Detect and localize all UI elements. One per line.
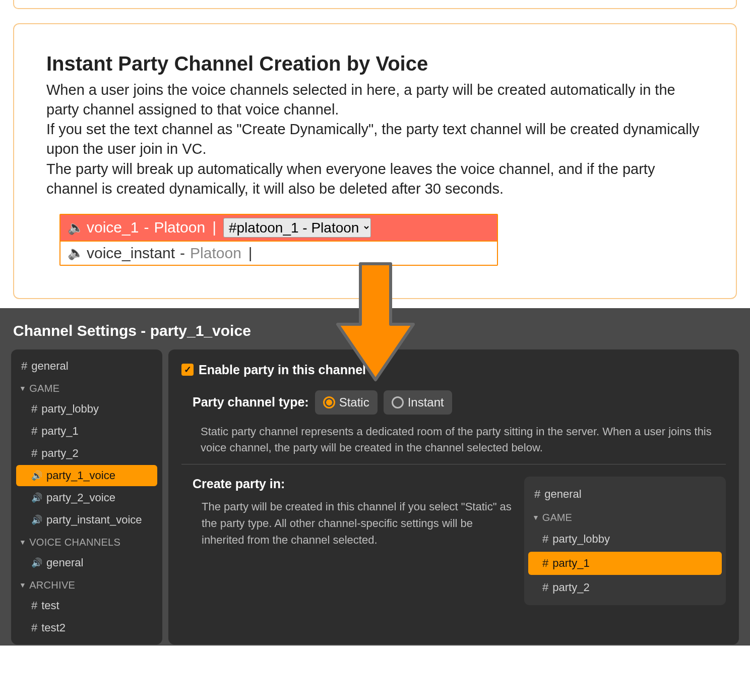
- sidebar-item-party-1[interactable]: # party_1: [16, 421, 157, 442]
- party-type-static-button[interactable]: Static: [315, 390, 378, 415]
- radio-checked-icon: [323, 396, 335, 409]
- option-label: party_2: [552, 581, 589, 594]
- sidebar-item-test[interactable]: # test: [16, 595, 157, 616]
- create-category-game[interactable]: ▼ GAME: [528, 507, 722, 527]
- sidebar-item-party-lobby[interactable]: # party_lobby: [16, 398, 157, 420]
- sidebar-item-label: test: [41, 599, 59, 612]
- speaker-icon: 🔈: [68, 220, 84, 236]
- caret-down-icon: ▼: [19, 538, 26, 546]
- text-channel-select[interactable]: #platoon_1 - Platoon: [223, 218, 371, 238]
- arrow-down-icon: [333, 259, 418, 390]
- hash-icon: #: [542, 557, 548, 570]
- card-title: Instant Party Channel Creation by Voice: [46, 52, 704, 75]
- sidebar-item-party-instant-voice[interactable]: 🔊 party_instant_voice: [16, 509, 157, 531]
- instant-label: Instant: [408, 395, 444, 410]
- sidebar-item-label: party_instant_voice: [46, 513, 142, 527]
- volume-icon: 🔊: [31, 470, 42, 481]
- voice-mapping-row-1[interactable]: 🔈 voice_1 - Platoon | #platoon_1 - Plato…: [60, 215, 497, 242]
- create-option-party-1[interactable]: # party_1: [528, 552, 722, 575]
- sidebar-item-test2[interactable]: # test2: [16, 617, 157, 638]
- party-type: Platoon: [154, 219, 205, 236]
- volume-icon: 🔊: [31, 492, 42, 503]
- volume-icon: 🔊: [31, 514, 42, 526]
- sidebar-item-label: party_1: [41, 425, 78, 438]
- sidebar-item-label: test2: [41, 621, 66, 634]
- voice-name: voice_instant: [87, 245, 175, 262]
- sidebar-item-label: party_lobby: [41, 402, 99, 416]
- dash: -: [142, 219, 151, 236]
- static-label: Static: [339, 395, 369, 410]
- create-party-description: The party will be created in this channe…: [202, 498, 512, 548]
- party-type-instant-button[interactable]: Instant: [384, 390, 452, 415]
- volume-icon: 🔊: [31, 557, 42, 568]
- card-paragraph-1: When a user joins the voice channels sel…: [46, 80, 704, 120]
- sidebar-item-voice-general[interactable]: 🔊 general: [16, 552, 157, 573]
- create-option-party-2[interactable]: # party_2: [528, 576, 722, 599]
- hash-icon: #: [534, 488, 540, 501]
- speaker-icon: 🔈: [68, 245, 84, 261]
- sidebar-item-party-1-voice[interactable]: 🔊 party_1_voice: [16, 465, 157, 486]
- checkbox-checked-icon[interactable]: ✓: [181, 364, 194, 376]
- previous-card-bottom: [13, 0, 737, 9]
- sidebar-item-party-2-voice[interactable]: 🔊 party_2_voice: [16, 487, 157, 508]
- sidebar-item-label: party_1_voice: [46, 469, 115, 482]
- radio-unchecked-icon: [392, 396, 404, 409]
- category-label: ARCHIVE: [29, 579, 75, 591]
- create-option-general[interactable]: # general: [528, 483, 722, 506]
- settings-main: ✓ Enable party in this channel Party cha…: [168, 349, 739, 645]
- option-label: party_1: [552, 557, 589, 570]
- card-paragraph-3: The party will break up automatically wh…: [46, 159, 704, 199]
- hash-icon: #: [21, 360, 27, 373]
- hash-icon: #: [31, 447, 37, 460]
- option-label: general: [544, 488, 581, 501]
- caret-down-icon: ▼: [19, 581, 26, 589]
- pipe: |: [208, 219, 220, 236]
- party-type-label: Party channel type:: [193, 395, 309, 410]
- create-option-party-lobby[interactable]: # party_lobby: [528, 528, 722, 551]
- sidebar-item-label: general: [46, 556, 83, 569]
- hash-icon: #: [542, 581, 548, 594]
- option-label: party_lobby: [552, 533, 610, 546]
- static-description: Static party channel represents a dedica…: [201, 424, 726, 456]
- divider: [181, 464, 726, 464]
- card-paragraph-2: If you set the text channel as "Create D…: [46, 120, 704, 159]
- voice-mapping-row-2[interactable]: 🔈 voice_instant - Platoon |: [60, 242, 497, 265]
- hash-icon: #: [31, 425, 37, 438]
- category-label: GAME: [542, 512, 572, 523]
- hash-icon: #: [31, 402, 37, 416]
- sidebar-item-party-2[interactable]: # party_2: [16, 443, 157, 464]
- caret-down-icon: ▼: [19, 384, 26, 392]
- hash-icon: #: [31, 599, 37, 612]
- create-party-channel-list: # general ▼ GAME # party_lobby # party_1: [524, 477, 726, 605]
- sidebar-item-general[interactable]: # general: [16, 356, 157, 377]
- voice-mapping-list: 🔈 voice_1 - Platoon | #platoon_1 - Plato…: [59, 214, 498, 266]
- sidebar-item-label: party_2: [41, 447, 78, 460]
- sidebar-category-voice[interactable]: ▼ VOICE CHANNELS: [16, 532, 157, 551]
- sidebar-category-archive[interactable]: ▼ ARCHIVE: [16, 574, 157, 594]
- category-label: GAME: [29, 383, 59, 394]
- sidebar-category-game[interactable]: ▼ GAME: [16, 378, 157, 397]
- enable-party-row[interactable]: ✓ Enable party in this channel: [181, 363, 726, 377]
- sidebar-item-label: general: [31, 360, 68, 373]
- hash-icon: #: [31, 621, 37, 634]
- create-party-section: Create party in: The party will be creat…: [193, 477, 726, 605]
- party-type-row: Party channel type: Static Instant: [193, 390, 726, 415]
- caret-down-icon: ▼: [532, 513, 539, 521]
- voice-name: voice_1: [87, 219, 139, 236]
- create-party-heading: Create party in:: [193, 477, 512, 491]
- pipe: |: [244, 245, 257, 262]
- channel-sidebar: # general ▼ GAME # party_lobby # party_1…: [11, 349, 162, 645]
- party-type: Platoon: [190, 245, 241, 262]
- sidebar-item-label: party_2_voice: [46, 491, 115, 504]
- instant-party-card: Instant Party Channel Creation by Voice …: [13, 23, 737, 299]
- hash-icon: #: [542, 533, 548, 546]
- dash: -: [178, 245, 187, 262]
- category-label: VOICE CHANNELS: [29, 537, 120, 548]
